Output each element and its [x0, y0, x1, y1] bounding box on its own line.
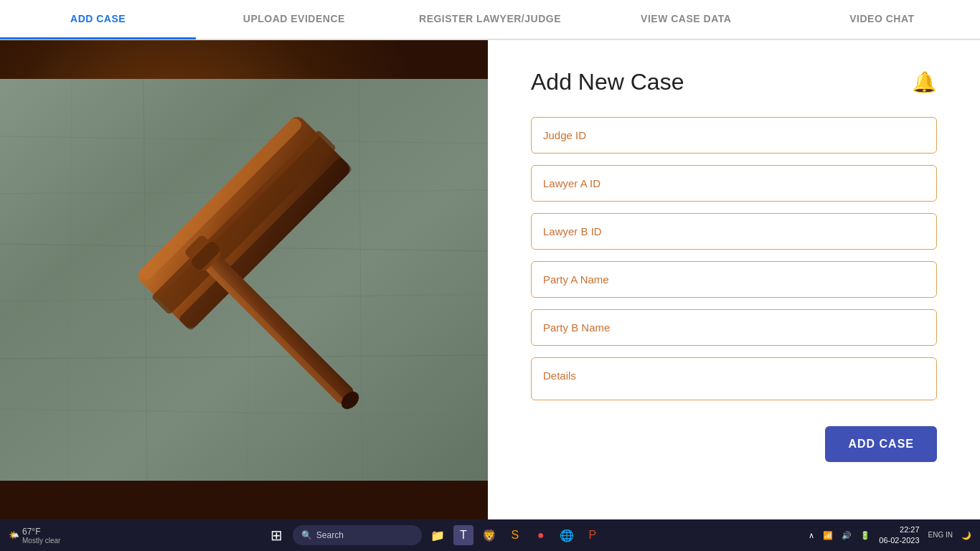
nav-view-case-data[interactable]: VIEW CASE DATA	[588, 0, 784, 39]
taskbar-ppt[interactable]: P	[583, 525, 603, 545]
windows-start-button[interactable]: ⊞	[267, 525, 287, 545]
form-title: Add New Case	[531, 69, 684, 95]
gavel-image	[0, 40, 488, 519]
lawyer-a-id-input[interactable]	[531, 165, 937, 202]
notification-bell-icon[interactable]: 🔔	[912, 70, 937, 94]
lawyer-b-id-group	[531, 213, 937, 250]
weather-widget: 🌤️ 67°F Mostly clear	[9, 527, 60, 545]
taskbar-right: ∧ 📶 🔊 🔋 22:27 06-02-2023 ENG IN 🌙	[809, 524, 971, 547]
taskbar-center: ⊞ 🔍 Search 📁 T 🦁 S ● 🌐 P	[66, 525, 803, 545]
party-b-name-input[interactable]	[531, 309, 937, 346]
add-case-button[interactable]: ADD CASE	[825, 426, 937, 462]
notification-center[interactable]: 🌙	[961, 531, 971, 540]
navigation: ADD CASE UPLOAD EVIDENCE REGISTER LAWYER…	[0, 0, 980, 40]
taskbar-brave[interactable]: 🦁	[479, 525, 499, 545]
clock: 22:27 06-02-2023	[879, 524, 919, 547]
taskbar-search[interactable]: 🔍 Search	[293, 525, 422, 545]
search-icon: 🔍	[301, 530, 312, 540]
taskbar-left: 🌤️ 67°F Mostly clear	[9, 527, 60, 545]
main-content: Add New Case 🔔 ADD CASE	[0, 40, 980, 519]
lawyer-a-id-group	[531, 165, 937, 202]
current-time: 22:27	[879, 524, 919, 535]
taskbar-edge[interactable]: 🌐	[557, 525, 577, 545]
details-group	[531, 357, 937, 403]
details-input[interactable]	[531, 357, 937, 400]
nav-register-lawyer-judge[interactable]: REGISTER LAWYER/JUDGE	[392, 0, 588, 39]
volume-icon: 🔊	[842, 531, 852, 540]
weather-icon: 🌤️	[9, 530, 19, 540]
form-panel: Add New Case 🔔 ADD CASE	[488, 40, 980, 519]
weather-temp: 67°F	[22, 527, 60, 537]
taskbar-app1[interactable]: ●	[531, 525, 551, 545]
form-header: Add New Case 🔔	[531, 69, 937, 95]
nav-add-case[interactable]: ADD CASE	[0, 0, 196, 39]
nav-upload-evidence[interactable]: UPLOAD EVIDENCE	[196, 0, 392, 39]
party-b-name-group	[531, 309, 937, 346]
party-a-name-group	[531, 261, 937, 298]
hero-image-panel	[0, 40, 488, 519]
party-a-name-input[interactable]	[531, 261, 937, 298]
language-indicator: ENG IN	[928, 531, 953, 540]
current-date: 06-02-2023	[879, 535, 919, 546]
system-tray: ∧	[809, 531, 814, 540]
taskbar-teams[interactable]: T	[453, 525, 473, 545]
weather-desc: Mostly clear	[22, 537, 60, 545]
nav-video-chat[interactable]: VIDEO CHAT	[784, 0, 980, 39]
taskbar: 🌤️ 67°F Mostly clear ⊞ 🔍 Search 📁 T 🦁 S …	[0, 519, 980, 551]
svg-rect-1	[0, 79, 488, 481]
lawyer-b-id-input[interactable]	[531, 213, 937, 250]
battery-icon: 🔋	[860, 531, 870, 540]
taskbar-files[interactable]: 📁	[428, 525, 448, 545]
network-icon: 📶	[823, 531, 833, 540]
taskbar-tableplus[interactable]: S	[505, 525, 525, 545]
judge-id-group	[531, 117, 937, 154]
judge-id-input[interactable]	[531, 117, 937, 154]
search-label: Search	[316, 530, 344, 540]
